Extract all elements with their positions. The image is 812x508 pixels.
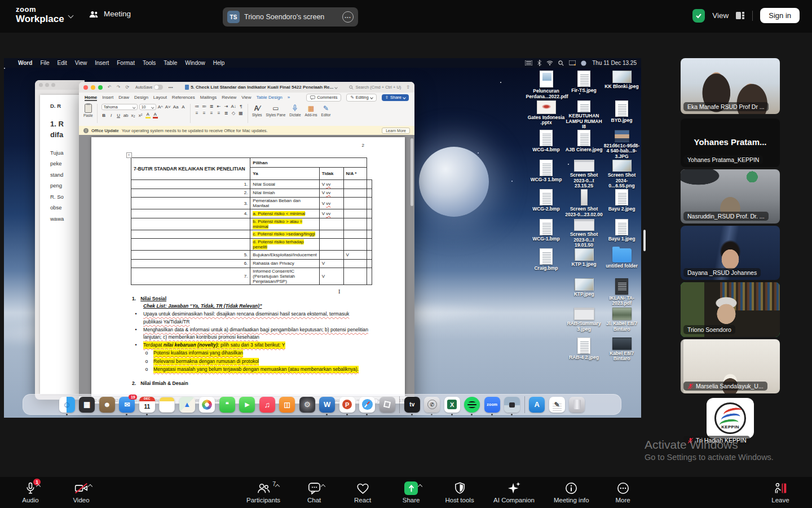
share-icon[interactable]: ⇧: [406, 85, 410, 90]
dictate-button[interactable]: Dictate: [289, 104, 301, 117]
view-button[interactable]: View: [712, 11, 729, 20]
ribbon-glyph[interactable]: I: [109, 113, 114, 118]
ribbon-glyph[interactable]: A˅: [165, 104, 171, 110]
dock-app-finder[interactable]: ☺: [59, 397, 75, 413]
ribbon-glyph[interactable]: ≣: [209, 104, 214, 109]
menu-item-edit[interactable]: Edit: [54, 60, 71, 66]
desktop-icon-screen-shot-2023-0-t-23-[interactable]: Screen Shot 2023-0...t 23.15.25: [565, 160, 603, 190]
editor-button[interactable]: ✎ Editor: [321, 104, 331, 117]
ribbon-glyph[interactable]: x₂: [131, 113, 136, 118]
screen-mirroring-icon[interactable]: [569, 60, 576, 65]
dock-app-notes[interactable]: [159, 397, 175, 413]
ribbon-glyph[interactable]: Aa: [173, 104, 179, 110]
desktop-icon-kabel-e8-7-bintaro[interactable]: Kabel E8/7 Bintaro: [603, 338, 641, 367]
desktop-icon-jl-kabel-e8-7-bintaro[interactable]: Jl. Kabel E8/7 Bintaro: [603, 308, 641, 338]
desktop-icon-bayu-2-jpeg[interactable]: Bayu 2.jpeg: [603, 189, 641, 219]
ai-companion-button[interactable]: AI Companion: [490, 477, 538, 508]
host-tools-button[interactable]: Host tools: [442, 477, 478, 508]
desktop-icon-821d6c1c-95d8-4-540-bab-[interactable]: 821d6c1c-95d8-4 540-bab...9-3.JPG: [603, 130, 641, 160]
chevron-down-icon[interactable]: [68, 13, 74, 19]
dock-app-excel[interactable]: X: [444, 397, 460, 413]
video-options-caret[interactable]: [88, 484, 92, 489]
menu-item-file[interactable]: File: [36, 60, 53, 66]
ribbon-glyph[interactable]: ≣: [224, 111, 229, 116]
ribbon-glyph[interactable]: ab: [123, 113, 129, 118]
share-button[interactable]: Share: [393, 477, 429, 508]
dock-app-facetime[interactable]: ▶: [239, 397, 255, 413]
ribbon-tab-insert[interactable]: Insert: [102, 95, 113, 100]
redo-icon[interactable]: ↷: [117, 85, 121, 90]
desktop-icon-screen-shot-2023-0-23-02[interactable]: Screen Shot 2023-0...23.02.00: [565, 189, 603, 219]
sign-in-button[interactable]: Sign in: [760, 8, 800, 23]
shared-screen-pill[interactable]: TS Triono Soendoro's screen •••: [223, 7, 358, 27]
maximize-button[interactable]: [98, 85, 103, 90]
desktop-icon-wcg-3-1-bmp[interactable]: WCG-3 1.bmp: [527, 160, 565, 190]
traffic-light-inactive[interactable]: [51, 83, 55, 87]
desktop-icon-ktp-jpeg[interactable]: KTP.jpeg: [565, 278, 603, 308]
dock-app-powerpoint[interactable]: P: [339, 397, 355, 413]
word-share-button[interactable]: ⇧ Share: [382, 94, 409, 101]
desktop-icon-kk-blonki-jpeg[interactable]: KK Blonki.jpeg: [603, 71, 641, 100]
dock-app-textedit[interactable]: ✎: [549, 397, 565, 413]
dock-app-roblox[interactable]: [379, 397, 395, 413]
traffic-light-inactive[interactable]: [39, 83, 43, 87]
desktop-icon-ktp-1-jpeg[interactable]: KTP 1.jpeg: [565, 248, 603, 278]
desktop-icon-iklan-ta-2023-pdf[interactable]: IKLAN- TA-2023.pdf: [603, 278, 641, 308]
desktop-icon-bayu-1-jpeg[interactable]: Bayu 1.jpeg: [603, 219, 641, 249]
participant-tile-nasruddin-rsud-prof-dr-[interactable]: Nasruddin_RSUD Prof. Dr. ...: [681, 169, 780, 224]
panel-scrollbar[interactable]: [643, 230, 646, 251]
chat-button[interactable]: Chat: [296, 477, 332, 508]
participants-button[interactable]: 7 Participants: [243, 477, 284, 508]
ribbon-tab-mailings[interactable]: Mailings: [200, 95, 217, 100]
titlebar-more-icon[interactable]: •••: [168, 85, 173, 90]
tabs-overflow-icon[interactable]: »: [288, 95, 290, 100]
dock-app-launchpad[interactable]: ▦: [79, 397, 95, 413]
background-document-window[interactable]: D. R1. RdifaTujuapekestandpengR. Soobsew…: [35, 80, 85, 400]
menu-item-word[interactable]: Word: [14, 60, 36, 66]
ribbon-tab-references[interactable]: References: [172, 95, 195, 100]
desktop-icon-untitled-folder[interactable]: untitled folder: [603, 248, 641, 278]
participant-tile-dayana-rsud-johannes[interactable]: Dayana _RSUD Johannes: [681, 226, 780, 280]
dock-app-books[interactable]: ◫: [279, 397, 295, 413]
dock-app-desktop-preferences[interactable]: [504, 397, 520, 413]
ribbon-glyph[interactable]: B: [102, 113, 107, 118]
video-button[interactable]: Video: [63, 477, 99, 508]
ribbon-glyph[interactable]: x²: [138, 113, 143, 118]
chevron-down-icon[interactable]: [334, 86, 338, 89]
dock-app-mail[interactable]: ✉19: [119, 397, 135, 413]
document-scrollbar[interactable]: [411, 138, 413, 206]
layout-icon[interactable]: [736, 12, 745, 19]
dock-app-photos[interactable]: [199, 397, 215, 413]
menu-item-view[interactable]: View: [71, 60, 91, 66]
dock-app-safari[interactable]: [359, 397, 375, 413]
dock-app-app-store[interactable]: A: [529, 397, 545, 413]
ribbon-glyph[interactable]: ¶: [239, 104, 244, 109]
desktop-icon-wcg-2-bmp[interactable]: WCG-2.bmp: [527, 189, 565, 219]
tab-meeting[interactable]: Meeting: [89, 10, 131, 18]
participant-tile-marselia-sandalayuk-u-[interactable]: Marselia Sandalayuk_U...: [681, 339, 780, 393]
comments-button[interactable]: Comments: [306, 94, 341, 102]
desktop-icon-rab-summary-3-jpeg[interactable]: RAB-Summary 3.jpeg: [565, 308, 603, 338]
add-ins-button[interactable]: ▦ Add-ins: [305, 104, 317, 117]
menu-bar-clock[interactable]: Thu 11 Dec 13.25: [592, 60, 637, 66]
document-page[interactable]: 2 7-BUTIR STANDAR KELAIKAN ETIK PENELITI…: [91, 137, 405, 396]
ribbon-tab-layout[interactable]: Layout: [153, 95, 167, 100]
font-name-select[interactable]: Tahoma: [102, 104, 138, 110]
dock-app-messages[interactable]: ❝: [219, 397, 235, 413]
desktop-icon-craig-bmp[interactable]: Craig.bmp: [527, 248, 565, 278]
ribbon-glyph[interactable]: ≡: [202, 111, 207, 116]
ribbon-glyph[interactable]: ≔: [195, 104, 200, 109]
dock-app-calendar[interactable]: DEC11: [139, 397, 155, 413]
desktop-icon-kebutuhan-lampu-rumah-i8[interactable]: KEBUTUHAN LAMPU RUMAH I8: [565, 100, 603, 130]
desktop-icon-gates-indonesia-pptx[interactable]: Gates Indonesia .pptx: [527, 100, 565, 130]
learn-more-button[interactable]: Learn More: [382, 128, 410, 134]
styles-button[interactable]: A⁄ Styles: [252, 104, 262, 117]
ribbon-tab-review[interactable]: Review: [222, 95, 236, 100]
undo-icon[interactable]: ↶: [108, 85, 112, 90]
ribbon-tab-design[interactable]: Design: [134, 95, 148, 100]
ribbon-tab-table-design[interactable]: Table Design: [257, 95, 283, 100]
chat-options-caret[interactable]: [320, 484, 325, 489]
leave-button[interactable]: Leave: [762, 477, 798, 508]
menu-item-help[interactable]: Help: [209, 60, 229, 66]
share-options-caret[interactable]: [418, 484, 422, 489]
